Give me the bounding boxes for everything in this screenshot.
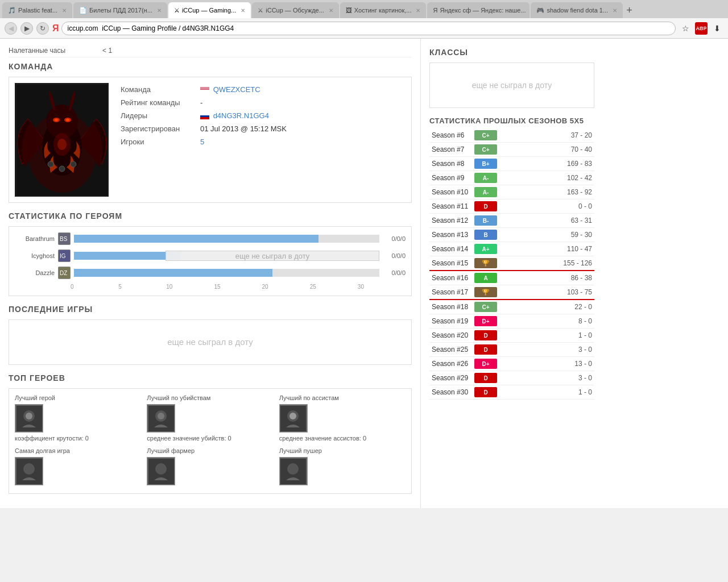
season-badge-cell: 🏆 — [472, 256, 527, 271]
hero-bar-dazzle — [74, 269, 379, 277]
top-hero-assists-label: Лучший по ассистам — [279, 394, 339, 401]
bookmark-button[interactable]: ☆ — [679, 22, 692, 35]
season-badge-cell: B- — [472, 214, 527, 228]
tab-palastic[interactable]: 🎵 Palastic feat... ✕ — [2, 2, 72, 18]
last-games-not-played: еще не сыграл в доту — [15, 326, 406, 358]
address-bar[interactable] — [61, 22, 676, 35]
top-hero-pusher-label: Лучший пушер — [279, 447, 322, 454]
team-name-link[interactable]: QWEZXCETC — [213, 85, 260, 94]
seasons-section: СТАТИСТИКА ПРОШЛЫХ СЕЗОНОВ 5X5 Season #6… — [429, 117, 594, 400]
season-row: Season #12B-63 - 31 — [429, 214, 594, 228]
hero-bar-icyghost: еще не сыграл в доту — [74, 252, 379, 260]
hours-label: Налетанные часы — [9, 47, 65, 55]
svg-point-12 — [71, 161, 76, 167]
season-score: 13 - 0 — [527, 357, 594, 371]
season-score: 70 - 40 — [527, 143, 594, 157]
team-rating-value: - — [197, 96, 406, 109]
tab-close-palastic[interactable]: ✕ — [62, 7, 67, 14]
team-players-link[interactable]: 5 — [200, 138, 204, 146]
tab-shadow-fiend[interactable]: 🎮 shadow fiend dota 1... ✕ — [531, 2, 623, 18]
season-name: Season #7 — [429, 143, 472, 157]
back-button[interactable]: ◀ — [5, 22, 17, 35]
season-badge: B- — [474, 215, 497, 226]
season-name: Season #13 — [429, 228, 472, 242]
top-hero-best-label: Лучший герой — [15, 394, 55, 401]
season-score: 3 - 0 — [527, 371, 594, 385]
season-score: 163 - 92 — [527, 185, 594, 199]
top-heroes-grid-row2: Самая долгая игра Лучший фармер — [15, 447, 406, 488]
season-badge-cell: A+ — [472, 242, 527, 256]
tab-yandex[interactable]: Я Яндекс сф — Яндекс: наше... ✕ — [427, 2, 530, 18]
axis-5: 5 — [118, 284, 166, 290]
season-badge: B — [474, 230, 497, 240]
season-name: Season #11 — [429, 199, 472, 214]
season-name: Season #8 — [429, 157, 472, 171]
season-row: Season #17🏆103 - 75 — [429, 285, 594, 300]
season-row: Season #6C+37 - 20 — [429, 128, 594, 143]
tab-iccup-discuss[interactable]: ⚔ iCCup — Обсужде... ✕ — [252, 2, 339, 18]
browser-frame: 🎵 Palastic feat... ✕ 📄 Билеты ПДД 2017(н… — [0, 0, 728, 582]
top-hero-farmer-label: Лучший фармер — [147, 447, 195, 454]
season-badge-cell: A — [472, 271, 527, 285]
svg-text:IG: IG — [60, 253, 66, 259]
hero-bar-fill-dazzle — [74, 269, 272, 277]
tab-hosting[interactable]: 🖼 Хостинг картинок,... ✕ — [340, 2, 427, 18]
right-panel: КЛАССЫ еще не сыграл в доту СТАТИСТИКА П… — [421, 39, 603, 508]
season-score: 63 - 31 — [527, 214, 594, 228]
season-badge: B+ — [474, 159, 497, 169]
top-heroes-title: ТОП ГЕРОЕВ — [9, 373, 412, 383]
svg-point-27 — [289, 413, 296, 419]
adblock-button[interactable]: ABP — [695, 22, 708, 35]
season-badge: D — [474, 201, 497, 211]
season-badge-cell: B — [472, 228, 527, 242]
tab-icon: 🖼 — [346, 7, 352, 14]
season-badge-cell: D — [472, 343, 527, 357]
refresh-button[interactable]: ↻ — [36, 22, 49, 35]
top-hero-longest-label: Самая долгая игра — [15, 447, 70, 454]
season-badge: A- — [474, 187, 497, 197]
forward-button[interactable]: ▶ — [20, 22, 33, 35]
top-hero-kills-label: Лучший по убийствам — [147, 394, 210, 401]
hero-name-dazzle: Dazzle — [15, 269, 55, 276]
top-hero-best-icon — [15, 404, 43, 433]
download-button[interactable]: ⬇ — [711, 22, 723, 35]
season-badge-cell: B+ — [472, 157, 527, 171]
tab-pdd[interactable]: 📄 Билеты ПДД 2017(н... ✕ — [73, 2, 167, 18]
season-badge-cell: D — [472, 371, 527, 385]
season-name: Season #30 — [429, 385, 472, 400]
season-name: Season #18 — [429, 300, 472, 314]
season-name: Season #26 — [429, 357, 472, 371]
team-registered-value: 01 Jul 2013 @ 15:12 MSK — [197, 122, 406, 135]
season-row: Season #13B59 - 30 — [429, 228, 594, 242]
tab-iccup-gaming[interactable]: ⚔ iCCup — Gaming... ✕ — [168, 2, 251, 18]
svg-point-21 — [26, 413, 32, 419]
team-flag — [200, 87, 209, 93]
axis-30: 30 — [358, 284, 406, 290]
tab-close-pdd[interactable]: ✕ — [157, 7, 162, 14]
hero-icon-icyghost: IG — [58, 250, 71, 262]
team-label: Команда — [117, 83, 197, 96]
left-panel: Налетанные часы < 1 КОМАНДА — [0, 39, 421, 508]
tab-close-iccup-discuss[interactable]: ✕ — [329, 7, 333, 14]
top-hero-pusher-icon — [279, 457, 308, 485]
hero-row-dazzle: Dazzle DZ 0/0/0 — [15, 267, 406, 279]
season-row: Season #26D+13 - 0 — [429, 357, 594, 371]
season-name: Season #6 — [429, 128, 472, 143]
season-score: 155 - 126 — [527, 256, 594, 271]
team-rating-label: Рейтинг команды — [117, 96, 197, 109]
tab-close-iccup-gaming[interactable]: ✕ — [241, 7, 245, 14]
hero-bar-fill-icyghost — [74, 252, 181, 260]
season-row: Season #8B+169 - 83 — [429, 157, 594, 171]
tab-icon: Я — [433, 7, 437, 14]
leader-flag — [200, 113, 209, 119]
svg-text:DZ: DZ — [60, 270, 67, 276]
axis-0: 0 — [71, 284, 118, 290]
team-leader-link[interactable]: d4NG3R.N1GG4 — [213, 111, 269, 120]
classes-section: КЛАССЫ еще не сыграл в доту — [429, 48, 594, 108]
season-score: 37 - 20 — [527, 128, 594, 143]
top-hero-farmer: Лучший фармер — [147, 447, 273, 488]
tab-close-shadow-fiend[interactable]: ✕ — [613, 7, 617, 14]
tab-close-hosting[interactable]: ✕ — [416, 7, 420, 14]
tab-icon: 🎮 — [536, 7, 544, 14]
new-tab-button[interactable]: + — [626, 5, 632, 16]
